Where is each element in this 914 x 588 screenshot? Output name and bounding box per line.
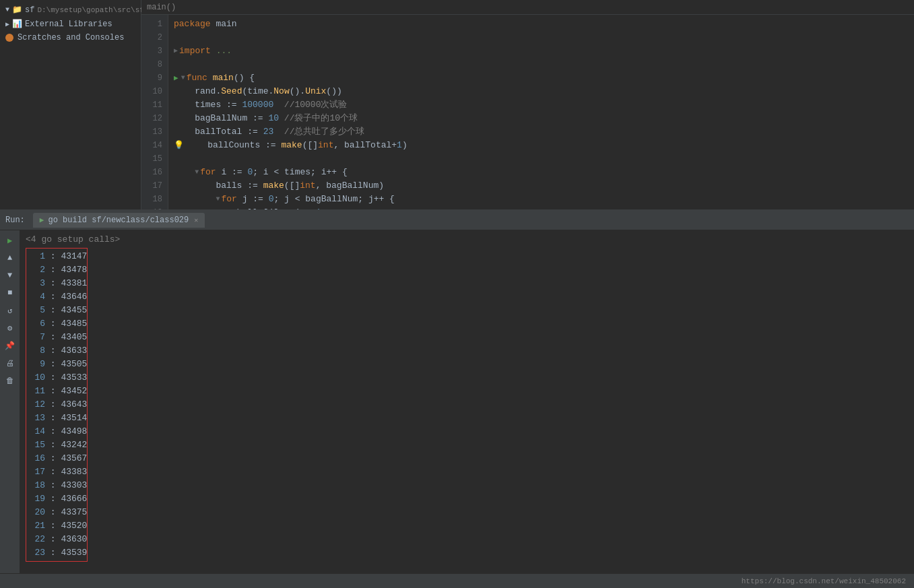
run-label: Run: xyxy=(5,216,25,225)
library-icon: 📊 xyxy=(12,19,22,29)
code-editor: main() 1 2 3 8 9 10 11 12 13 14 15 16 17… xyxy=(141,0,914,209)
sidebar-item-scratches[interactable]: Scratches and Consoles xyxy=(0,31,141,44)
run-arrow-9[interactable]: ▶ xyxy=(174,71,178,85)
code-line-3: ▶ import ... xyxy=(174,44,909,58)
run-content: ▶ ▲ ▼ ■ ↺ ⚙ 📌 🖨 🗑 <4 go setup calls> 1 :… xyxy=(0,230,914,573)
output-line: 18 : 43303 xyxy=(26,479,87,492)
run-print-button[interactable]: 🖨 xyxy=(3,356,18,370)
code-line-14: 💡 ballCounts := make([]int, ballTotal+1) xyxy=(174,139,909,152)
output-line: 6 : 43485 xyxy=(26,317,87,331)
folder-icon: 📁 xyxy=(12,5,22,15)
run-scroll-down-button[interactable]: ▼ xyxy=(3,268,18,283)
run-play-button[interactable]: ▶ xyxy=(3,233,18,248)
ext-lib-label: External Libraries xyxy=(25,20,112,29)
run-rerun-button[interactable]: ↺ xyxy=(3,303,18,318)
output-line: 11 : 43452 xyxy=(26,385,87,398)
sf-arrow: ▼ xyxy=(5,6,9,13)
run-tab[interactable]: ▶ go build sf/newclass/class029 ✕ xyxy=(33,213,205,228)
run-stop-button[interactable]: ■ xyxy=(3,286,18,300)
output-line: 2 : 43478 xyxy=(26,263,87,277)
code-content[interactable]: package main ▶ import ... ▶ ▼ func main(… xyxy=(168,15,914,209)
fold-arrow-3[interactable]: ▶ xyxy=(174,44,178,58)
lightbulb-icon-14[interactable]: 💡 xyxy=(174,139,184,152)
tab-go-icon: ▶ xyxy=(40,216,44,224)
code-line-13: ballTotal := 23 //总共吐了多少个球 xyxy=(174,125,909,139)
output-header: <4 go setup calls> xyxy=(26,233,909,247)
sf-label: sf xyxy=(25,5,34,15)
breadcrumb-text: main() xyxy=(147,3,176,12)
sidebar-item-sf[interactable]: ▼ 📁 sf D:\mysetup\gopath\src\sf xyxy=(0,3,141,17)
code-line-16: ▼ for i := 0; i < times; i++ { xyxy=(174,166,909,179)
fold-arrow-16[interactable]: ▼ xyxy=(195,166,199,179)
run-sidebar: ▶ ▲ ▼ ■ ↺ ⚙ 📌 🖨 🗑 xyxy=(0,230,20,573)
run-trash-button[interactable]: 🗑 xyxy=(3,373,18,388)
line-numbers: 1 2 3 8 9 10 11 12 13 14 15 16 17 18 19 xyxy=(141,15,168,209)
code-line-12: bagBallNum := 10 //袋子中的10个球 xyxy=(174,112,909,125)
sf-path: D:\mysetup\gopath\src\sf xyxy=(37,6,143,14)
output-line: 10 : 43533 xyxy=(26,371,87,385)
output-line: 7 : 43405 xyxy=(26,331,87,344)
bottom-panel: Run: ▶ go build sf/newclass/class029 ✕ ▶… xyxy=(0,209,914,573)
breadcrumb: main() xyxy=(141,0,914,15)
code-line-2 xyxy=(174,31,909,44)
code-line-18: ▼ for j := 0; j < bagBallNum; j++ { xyxy=(174,193,909,206)
tab-close-icon[interactable]: ✕ xyxy=(194,216,198,224)
output-line: 9 : 43505 xyxy=(26,358,87,371)
scratch-label: Scratches and Consoles xyxy=(18,33,124,42)
code-line-1: package main xyxy=(174,18,909,31)
code-line-17: balls := make([]int, bagBallNum) xyxy=(174,179,909,193)
sidebar: ▼ 📁 sf D:\mysetup\gopath\src\sf ▶ 📊 Exte… xyxy=(0,0,141,209)
output-line: 15 : 43242 xyxy=(26,438,87,452)
fold-arrow-9[interactable]: ▼ xyxy=(181,71,185,85)
output-line: 14 : 43498 xyxy=(26,425,87,438)
output-data-container: 1 : 431472 : 434783 : 433814 : 436465 : … xyxy=(26,248,88,562)
code-line-10: rand.Seed(time.Now().Unix()) xyxy=(174,85,909,98)
status-bar: https://blog.csdn.net/weixin_48502062 xyxy=(0,573,914,588)
code-line-8 xyxy=(174,58,909,71)
run-scroll-up-button[interactable]: ▲ xyxy=(3,251,18,265)
output-line: 8 : 43633 xyxy=(26,344,87,358)
code-line-11: times := 100000 //10000次试验 xyxy=(174,98,909,112)
output-line: 16 : 43567 xyxy=(26,452,87,465)
output-line: 22 : 43630 xyxy=(26,533,87,546)
code-line-19: balls[j] = j + 1 xyxy=(174,206,909,209)
output-line: 4 : 43646 xyxy=(26,290,87,304)
output-line: 20 : 43375 xyxy=(26,506,87,519)
code-line-15 xyxy=(174,152,909,166)
run-output[interactable]: <4 go setup calls> 1 : 431472 : 434783 :… xyxy=(20,230,914,573)
code-area: 1 2 3 8 9 10 11 12 13 14 15 16 17 18 19 xyxy=(141,15,914,209)
output-line: 21 : 43520 xyxy=(26,519,87,533)
output-line: 19 : 43666 xyxy=(26,492,87,506)
sidebar-item-external-libraries[interactable]: ▶ 📊 External Libraries xyxy=(0,17,141,31)
output-line: 1 : 43147 xyxy=(26,250,87,263)
run-tab-bar: Run: ▶ go build sf/newclass/class029 ✕ xyxy=(0,210,914,230)
run-settings-button[interactable]: ⚙ xyxy=(3,321,18,335)
output-line: 17 : 43383 xyxy=(26,465,87,479)
status-url: https://blog.csdn.net/weixin_48502062 xyxy=(742,577,906,585)
code-line-9: ▶ ▼ func main() { xyxy=(174,71,909,85)
output-line: 12 : 43643 xyxy=(26,398,87,412)
ext-lib-arrow: ▶ xyxy=(5,20,9,28)
output-line: 13 : 43514 xyxy=(26,412,87,425)
output-line: 5 : 43455 xyxy=(26,304,87,317)
output-line: 3 : 43381 xyxy=(26,277,87,290)
fold-arrow-18[interactable]: ▼ xyxy=(216,193,220,206)
run-pin-button[interactable]: 📌 xyxy=(3,338,18,353)
output-line: 23 : 43539 xyxy=(26,546,87,560)
tab-label: go build sf/newclass/class029 xyxy=(48,216,189,225)
scratch-dot-icon xyxy=(5,34,13,42)
